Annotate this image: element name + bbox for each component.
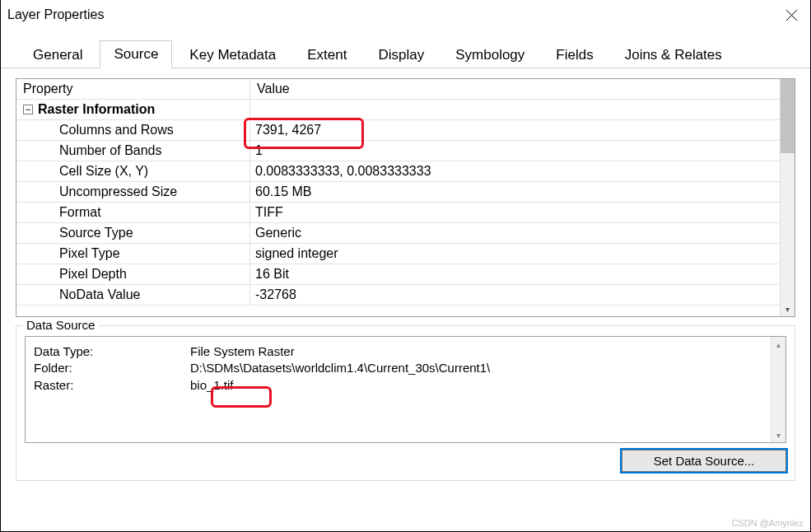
close-button[interactable] (772, 0, 810, 30)
window-title: Layer Properties (7, 7, 104, 22)
section-row: − Raster Information (16, 100, 780, 120)
table-row: Source Type Generic (16, 223, 780, 244)
tab-general[interactable]: General (19, 41, 96, 68)
section-title: Raster Information (38, 102, 155, 117)
table-row: Pixel Depth 16 Bit (16, 264, 780, 285)
tab-joins-relates[interactable]: Joins & Relates (611, 41, 736, 68)
scrollbar-thumb[interactable] (781, 79, 795, 153)
data-source-fieldset: Data Source Data Type: File System Raste… (16, 325, 795, 481)
tabstrip: General Source Key Metadata Extent Displ… (1, 40, 810, 68)
prop-name: NoData Value (16, 285, 250, 305)
table-row: Cell Size (X, Y) 0.0083333333, 0.0083333… (16, 161, 780, 182)
tab-display[interactable]: Display (364, 41, 438, 68)
prop-value: 1 (250, 141, 780, 161)
prop-value: signed integer (250, 244, 780, 264)
chevron-down-icon[interactable]: ▾ (771, 427, 785, 442)
header-value: Value (250, 79, 780, 99)
properties-scroll-area: Property Value − Raster Information Colu… (16, 79, 780, 316)
source-panel: Property Value − Raster Information Colu… (1, 68, 810, 531)
ds-label: Folder: (34, 360, 190, 376)
ds-value: D:\SDMs\Datasets\worldclim1.4\Current_30… (190, 360, 490, 376)
prop-name: Columns and Rows (16, 120, 250, 140)
data-source-box: Data Type: File System Raster Folder: D:… (25, 336, 786, 443)
prop-name: Pixel Type (16, 244, 250, 264)
ds-value: File System Raster (190, 343, 295, 360)
prop-value: 60.15 MB (250, 182, 780, 202)
fieldset-legend: Data Source (23, 318, 98, 332)
prop-value: 16 Bit (250, 264, 780, 284)
table-row: Format TIFF (16, 203, 780, 223)
prop-value: -32768 (250, 285, 780, 305)
prop-name: Source Type (16, 223, 250, 243)
titlebar: Layer Properties (1, 0, 810, 30)
tab-key-metadata[interactable]: Key Metadata (175, 41, 290, 68)
list-item: Raster: bio_1.tif (34, 377, 762, 394)
data-source-content: Data Type: File System Raster Folder: D:… (26, 337, 771, 442)
tab-symbology[interactable]: Symbology (441, 41, 538, 68)
prop-name: Number of Bands (16, 141, 250, 161)
table-row: Columns and Rows 7391, 4267 (16, 120, 780, 141)
tab-source[interactable]: Source (100, 40, 172, 68)
prop-value: 7391, 4267 (250, 120, 780, 140)
prop-value: 0.0083333333, 0.0083333333 (250, 161, 780, 181)
table-row: Pixel Type signed integer (16, 244, 780, 264)
table-row: NoData Value -32768 (16, 285, 780, 306)
layer-properties-dialog: Layer Properties General Source Key Meta… (0, 0, 811, 532)
data-source-scrollbar[interactable]: ▴ ▾ (771, 337, 785, 442)
properties-header: Property Value (16, 79, 780, 100)
ds-label: Data Type: (34, 343, 190, 360)
prop-name: Format (16, 203, 250, 222)
prop-name: Cell Size (X, Y) (16, 161, 250, 181)
set-data-source-button[interactable]: Set Data Source... (622, 450, 786, 472)
tab-extent[interactable]: Extent (293, 41, 361, 68)
collapse-icon[interactable]: − (23, 105, 33, 114)
properties-grid: Property Value − Raster Information Colu… (16, 78, 795, 317)
ds-value: bio_1.tif (190, 377, 234, 394)
table-row: Number of Bands 1 (16, 141, 780, 161)
prop-value: TIFF (250, 203, 780, 222)
tab-fields[interactable]: Fields (542, 41, 607, 68)
list-item: Data Type: File System Raster (34, 343, 762, 360)
header-property: Property (16, 79, 250, 99)
prop-name: Pixel Depth (16, 264, 250, 284)
list-item: Folder: D:\SDMs\Datasets\worldclim1.4\Cu… (34, 360, 762, 376)
table-row: Uncompressed Size 60.15 MB (16, 182, 780, 203)
chevron-up-icon[interactable]: ▴ (771, 337, 785, 352)
close-icon (786, 10, 797, 21)
properties-scrollbar[interactable]: ▾ (780, 79, 795, 316)
chevron-down-icon[interactable]: ▾ (781, 301, 795, 316)
button-row: Set Data Source... (25, 450, 786, 472)
ds-label: Raster: (34, 377, 190, 394)
prop-value: Generic (250, 223, 780, 243)
prop-name: Uncompressed Size (16, 182, 250, 202)
